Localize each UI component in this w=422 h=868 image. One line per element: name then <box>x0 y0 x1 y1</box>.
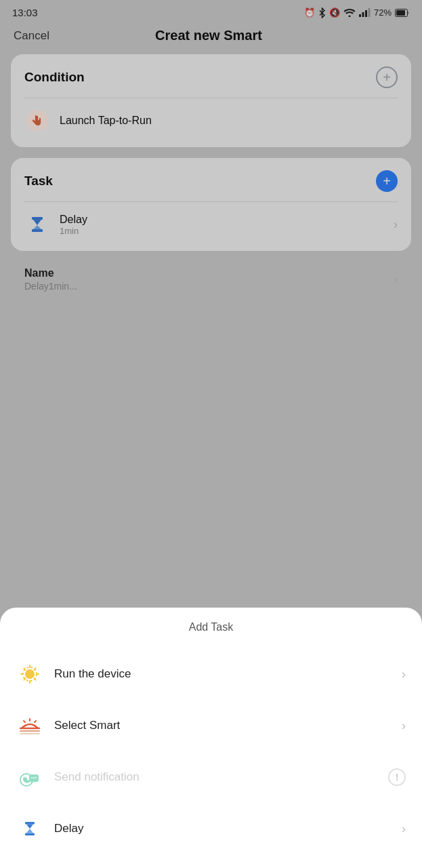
sheet-item-delay[interactable]: Delay › <box>0 803 422 854</box>
sheet-item-run-device[interactable]: Run the device › <box>0 648 422 700</box>
svg-line-21 <box>24 721 25 722</box>
delay-label: Delay <box>54 822 391 835</box>
sunrise-icon <box>16 712 43 739</box>
svg-rect-32 <box>25 833 35 836</box>
svg-point-10 <box>25 669 35 679</box>
svg-rect-31 <box>25 822 35 825</box>
sun-icon <box>16 660 43 688</box>
delay-chevron: › <box>402 822 406 836</box>
run-device-chevron: › <box>402 667 406 682</box>
info-icon: ! <box>388 768 406 786</box>
svg-point-30 <box>35 777 37 778</box>
send-notification-label: Send notification <box>54 770 377 784</box>
svg-point-28 <box>31 777 33 778</box>
svg-line-22 <box>35 721 36 722</box>
phone-chat-icon <box>16 764 43 791</box>
sheet-item-send-notification: Send notification ! <box>0 751 422 803</box>
svg-point-29 <box>33 777 35 778</box>
select-smart-chevron: › <box>402 719 406 733</box>
bottom-sheet: Add Task Run the device › <box>0 608 422 868</box>
run-device-label: Run the device <box>54 667 391 681</box>
sheet-item-select-smart[interactable]: Select Smart › <box>0 700 422 751</box>
select-smart-label: Select Smart <box>54 719 391 732</box>
delay-hourglass-icon <box>16 815 43 842</box>
sheet-title: Add Task <box>0 621 422 642</box>
